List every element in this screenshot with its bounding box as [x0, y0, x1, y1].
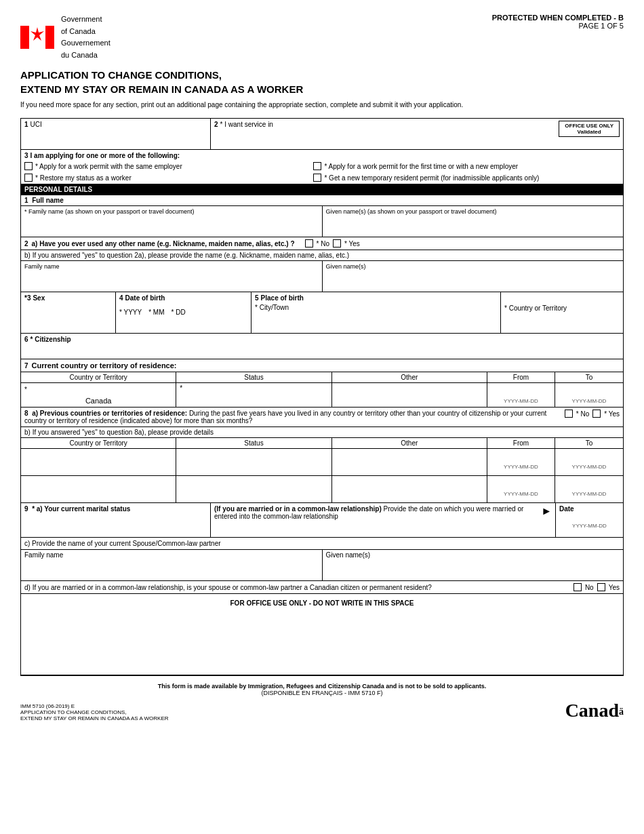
residence-other-input[interactable] [336, 384, 483, 395]
family-name-input[interactable] [24, 225, 319, 233]
from-date-hint: YYYY-MM-DD [491, 398, 551, 404]
s8-r2-other [332, 476, 487, 502]
footer-bottom: IMM 5710 (06-2019) E APPLICATION TO CHAN… [20, 700, 624, 721]
s8-yes-checkbox[interactable] [592, 410, 601, 418]
s9d-no-checkbox[interactable] [573, 583, 582, 591]
footer-subtitle2: EXTEND MY STAY OR REMAIN IN CANADA AS A … [20, 715, 169, 721]
marital-status-input[interactable] [24, 523, 207, 533]
s8a-label: a) Previous countries or territories of … [32, 410, 187, 417]
s9c-section: c) Provide the name of your current Spou… [21, 538, 623, 581]
protected-text: PROTECTED WHEN COMPLETED - B [492, 14, 624, 22]
prev-residence-section: 8 a) Previous countries or territories o… [21, 408, 623, 503]
s9b-cell: (If you are married or in a common-law r… [211, 503, 555, 537]
arrow-icon: ► [541, 505, 552, 517]
sex-section: *3 Sex [21, 292, 116, 333]
col-status: Status [176, 372, 331, 382]
checkbox-same-employer[interactable] [24, 162, 33, 170]
s9-date-cell: Date YYYY-MM-DD [555, 503, 623, 537]
col-to: To [555, 372, 623, 382]
q2a-yes-checkbox[interactable] [333, 239, 341, 247]
q2-family-input[interactable] [24, 280, 319, 288]
s9d-row: d) If you are married or in a common-law… [21, 581, 623, 594]
q2b-label: b) If you answered "yes" to question 2a)… [24, 252, 349, 259]
city-input[interactable] [255, 318, 497, 326]
page-header: Government of Canada Gouvernement du Can… [20, 14, 624, 61]
date-label: Date [559, 505, 620, 513]
q2-given-input[interactable] [326, 280, 620, 288]
yyyy-label: * YYYY [119, 309, 142, 316]
place-birth-section: 5 Place of birth * City/Town [251, 292, 501, 333]
q2-given-label: Given name(s) [326, 263, 620, 270]
option-temporary: * Get a new temporary resident permit (f… [313, 174, 599, 182]
s9-date-hint: YYYY-MM-DD [559, 523, 620, 529]
s8-no-checkbox[interactable] [565, 410, 573, 418]
s8-r1-other-input[interactable] [336, 450, 483, 460]
checkbox-temporary[interactable] [313, 174, 321, 182]
s8b-label: b) If you answered "yes" to question 8a)… [24, 429, 214, 436]
section3-label: I am applying for one or more of the fol… [31, 152, 180, 159]
checkbox-restore[interactable] [24, 174, 33, 182]
s8-r1-status-input[interactable] [180, 450, 327, 460]
protected-label: PROTECTED WHEN COMPLETED - B PAGE 1 OF 5 [492, 14, 624, 30]
family-name-field: * Family name (as shown on your passport… [21, 206, 323, 237]
q2a-label: a) Have you ever used any other name (e.… [32, 240, 295, 247]
residence-header: 7 Current country or territory of reside… [21, 359, 623, 372]
citizenship-input[interactable] [24, 349, 620, 357]
given-name-field: Given name(s) (as shown on your passport… [323, 206, 624, 237]
s8-r1-to-hint: YYYY-MM-DD [559, 464, 620, 470]
s8-data-row-1: YYYY-MM-DD YYYY-MM-DD [21, 449, 623, 476]
residence-from-cell: YYYY-MM-DD [487, 383, 555, 407]
sex-input[interactable] [24, 315, 112, 323]
col-country: Country or Territory [21, 372, 176, 382]
s9c-family-input[interactable] [24, 569, 319, 579]
s8-r1-status [176, 449, 331, 475]
q2a-no-checkbox[interactable] [305, 239, 313, 247]
s8-col-from: From [487, 438, 555, 448]
family-name-label: * Family name (as shown on your passport… [24, 208, 319, 215]
service-number: 2 [214, 121, 218, 128]
dob-section: 4 Date of birth * YYYY * MM * DD [116, 292, 251, 333]
mm-label: * MM [148, 309, 164, 316]
citizenship-label: * Citizenship [31, 336, 71, 343]
s9ab-row: 9 * a) Your current marital status (If y… [21, 503, 623, 538]
s8-col-other: Other [332, 438, 487, 448]
s8-r1-country-input[interactable] [24, 450, 172, 460]
residence-status-input[interactable] [180, 395, 327, 405]
s8-col-to: To [555, 438, 623, 448]
s9d-yes-checkbox[interactable] [597, 583, 605, 591]
s8-col-status: Status [176, 438, 331, 448]
page-number: PAGE 1 OF 5 [492, 22, 624, 30]
s9b-text: (If you are married or in a common-law r… [214, 505, 538, 520]
s9c-label-row: c) Provide the name of your current Spou… [21, 538, 623, 550]
country-birth-section: * Country or Territory [501, 292, 623, 333]
s8-r2-from-hint: YYYY-MM-DD [491, 491, 551, 497]
s8-r1-country [21, 449, 176, 475]
s9a-cell: 9 * a) Your current marital status [21, 503, 211, 537]
applying-section: 3 I am applying for one or more of the f… [21, 150, 623, 184]
fullname-fields: * Family name (as shown on your passport… [21, 206, 623, 237]
s8-r2-other-input[interactable] [336, 477, 483, 488]
logo-area: Government of Canada Gouvernement du Can… [20, 14, 110, 61]
svg-rect-1 [45, 26, 54, 49]
s9d-label: d) If you are married or in a common-law… [24, 584, 432, 591]
s9a-label: * a) Your current marital status [32, 505, 130, 513]
s9c-given-input[interactable] [326, 569, 620, 579]
checkbox-new-employer[interactable] [313, 162, 321, 170]
sex-dob-place-row: *3 Sex 4 Date of birth * YYYY * MM * DD … [21, 292, 623, 334]
option-same-employer: * Apply for a work permit with the same … [24, 162, 310, 170]
s8b-label-row: b) If you answered "yes" to question 8a)… [21, 427, 623, 438]
s8-r2-status-input[interactable] [180, 477, 327, 488]
s8-r2-country-input[interactable] [24, 477, 172, 488]
s8-r2-to: YYYY-MM-DD [555, 476, 623, 502]
imm-number: IMM 5710 (06-2019) E [20, 703, 169, 709]
form-container: 1 UCI 2 * I want service in OFFICE USE O… [20, 118, 624, 676]
col-other: Other [332, 372, 487, 382]
country-birth-input[interactable] [504, 319, 620, 327]
q2-family-field: Family name [21, 261, 323, 292]
city-label: * City/Town [255, 304, 497, 311]
uci-input[interactable] [24, 134, 207, 142]
given-name-input[interactable] [326, 225, 620, 233]
s8-header: 8 a) Previous countries or territories o… [21, 408, 623, 427]
s9c-family-label: Family name [24, 551, 319, 559]
footer: This form is made available by Immigrati… [20, 683, 624, 721]
